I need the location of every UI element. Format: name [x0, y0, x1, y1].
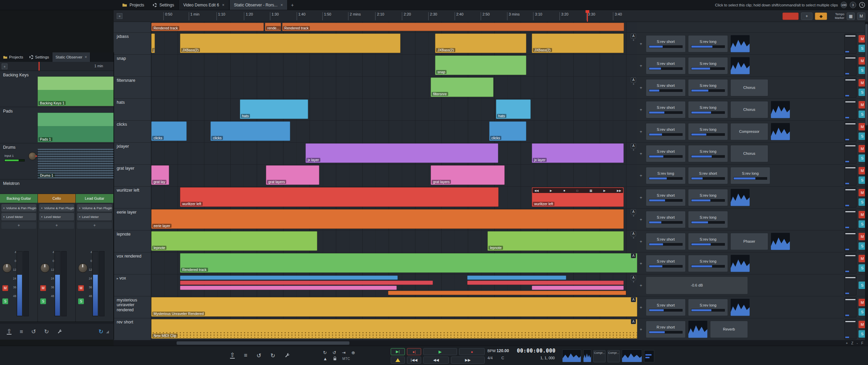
settings-menu[interactable]: Settings: [26, 52, 52, 62]
track-lane[interactable]: hatshats: [151, 99, 637, 121]
clip[interactable]: JXBass(2): [180, 33, 401, 53]
wrench-icon[interactable]: [57, 329, 62, 334]
volume-fader[interactable]: [844, 78, 856, 98]
level-display[interactable]: [771, 123, 790, 141]
clip-toolbar-icon[interactable]: ◀◀: [534, 189, 539, 192]
clip[interactable]: snap: [435, 55, 526, 75]
add-plugin-icon[interactable]: +: [640, 327, 643, 332]
add-plugin-icon[interactable]: +: [640, 195, 643, 200]
add-plugin-icon[interactable]: +: [640, 41, 643, 46]
plugin-row[interactable]: •Volume & Pan Plugin: [39, 204, 74, 212]
automation-badge[interactable]: A: [631, 231, 636, 236]
clip[interactable]: clicks: [210, 121, 290, 141]
time-signature[interactable]: 4/4: [487, 356, 493, 360]
clip[interactable]: [467, 275, 566, 280]
mixer-strip-header[interactable]: Cello: [38, 194, 75, 203]
clip[interactable]: Backing Keys 1: [38, 76, 114, 106]
ruler-options-icon[interactable]: ≡: [117, 13, 122, 19]
automation-badge[interactable]: A: [631, 77, 636, 82]
clip[interactable]: Drums 1: [38, 149, 114, 178]
pan-knob[interactable]: [40, 263, 50, 273]
gain-panel[interactable]: -0.6 dB: [646, 276, 748, 294]
count-badge[interactable]: 100: [841, 2, 847, 8]
web-icon[interactable]: ⊕: [351, 350, 355, 355]
go-to-start-button[interactable]: |◀◀: [407, 357, 421, 364]
clip[interactable]: hats: [496, 99, 531, 119]
waveform-display[interactable]: [562, 349, 581, 362]
marker-mode-button[interactable]: ◆: [815, 13, 827, 20]
clip[interactable]: Rendered track: [180, 253, 637, 273]
close-tab-icon[interactable]: ×: [85, 55, 87, 59]
playhead[interactable]: [587, 10, 588, 22]
wrench-icon[interactable]: [284, 353, 290, 358]
volume-fader[interactable]: [92, 251, 99, 316]
solo-button[interactable]: S: [78, 298, 84, 304]
horizontal-scrollbar[interactable]: [114, 340, 637, 346]
clip[interactable]: Rendered track: [282, 23, 624, 31]
track-header[interactable]: vox rendered: [114, 252, 151, 274]
record-arm-button[interactable]: [782, 13, 799, 20]
track-row[interactable]: Melotron: [0, 179, 114, 194]
plugin-slot[interactable]: S:rev short: [646, 233, 686, 250]
clip-toolbar-icon[interactable]: ▶: [603, 189, 606, 192]
waveform-display-2[interactable]: [583, 349, 591, 362]
plugin-slot[interactable]: Phaser: [730, 233, 768, 250]
track-header[interactable]: filtersnare: [114, 77, 151, 99]
add-automation-icon[interactable]: +: [631, 82, 636, 87]
compressor-chip[interactable]: Compr...: [593, 350, 606, 362]
add-plugin-icon[interactable]: +: [640, 217, 643, 222]
volume-fader[interactable]: [844, 210, 856, 229]
clip[interactable]: lepnote: [487, 231, 623, 251]
volume-fader[interactable]: [844, 56, 856, 76]
clip-toolbar[interactable]: ◀◀▶■□▦▶▶▶: [532, 188, 623, 193]
add-plugin-icon[interactable]: +: [640, 107, 643, 112]
zoom-button[interactable]: Z: [851, 341, 853, 345]
import-icon[interactable]: ⇧: [7, 329, 12, 335]
plugin-row[interactable]: •Level Meter: [77, 213, 112, 220]
add-automation-icon[interactable]: +: [631, 148, 636, 152]
clip-toolbar-icon[interactable]: □: [576, 189, 578, 192]
automation-badge[interactable]: A: [631, 143, 636, 148]
level-display[interactable]: [771, 101, 790, 119]
folder-collapse-icon[interactable]: ▸: [117, 276, 118, 280]
clip[interactable]: Pads 1: [38, 113, 114, 142]
record-punch-button[interactable]: ●|: [407, 348, 421, 355]
rewind-button[interactable]: ◀◀: [423, 357, 449, 364]
plugin-slot[interactable]: S:rev long: [688, 123, 728, 140]
automation-badge[interactable]: A: [631, 275, 636, 280]
level-display[interactable]: [730, 35, 750, 53]
track-header[interactable]: eerie layer: [114, 209, 151, 230]
mixer-strip-header[interactable]: Backing Guitar: [0, 194, 38, 203]
track-lane[interactable]: jJXBass(2)JXBass(2)JXBass(2)A+: [151, 33, 637, 55]
sync-icon[interactable]: ↺: [333, 350, 336, 355]
plugin-row[interactable]: •Volume & Pan Plugin: [1, 204, 36, 212]
clip-toolbar-icon[interactable]: ▶: [550, 189, 552, 192]
clip[interactable]: rende...: [265, 23, 281, 31]
track-lane[interactable]: Rendered trackA+: [151, 252, 637, 274]
track-lane[interactable]: Mysterious Unraveler RenderedA+: [151, 296, 637, 318]
clip[interactable]: grat layers: [431, 165, 504, 185]
plugin-slot[interactable]: S:rev long: [646, 167, 686, 184]
clip[interactable]: hats: [240, 99, 309, 119]
clip[interactable]: JXBass(2): [532, 33, 624, 53]
plugin-slot[interactable]: S:rev long: [688, 255, 728, 272]
track-header[interactable]: grat layer: [114, 165, 151, 187]
plugin-slot[interactable]: Chorus: [730, 79, 768, 96]
track-header[interactable]: snap: [114, 55, 151, 77]
add-automation-icon[interactable]: +: [631, 302, 636, 306]
track-lane[interactable]: A+: [151, 274, 637, 296]
clip-toolbar-icon[interactable]: ▦: [589, 189, 592, 192]
plugin-slot[interactable]: S:rev short: [646, 189, 686, 206]
level-display[interactable]: [622, 349, 642, 362]
zoom-button[interactable]: F: [861, 341, 863, 345]
track-row[interactable]: DrumsInput 1Drums 1: [0, 143, 114, 179]
loop-icon[interactable]: ↻: [323, 350, 327, 355]
track-lane[interactable]: grat laygrat layersgrat layers: [151, 165, 637, 187]
timeline-ruler[interactable]: ≡ 0:501 min1:101:201:301:401:502 mins2:1…: [114, 10, 868, 22]
add-plugin-icon[interactable]: +: [640, 283, 643, 288]
clip[interactable]: New MIDI Clip: [151, 319, 637, 339]
level-display[interactable]: [730, 57, 750, 75]
key-value[interactable]: C: [501, 356, 504, 360]
add-plugin-button[interactable]: +: [77, 222, 112, 229]
add-plugin-icon[interactable]: +: [640, 85, 643, 90]
